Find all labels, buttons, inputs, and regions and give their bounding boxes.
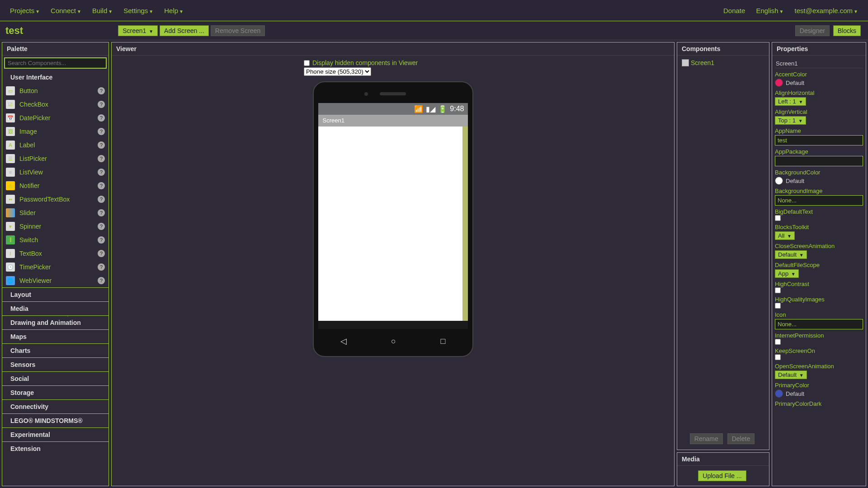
phone-camera-icon [364, 92, 368, 96]
palette-item-listview[interactable]: ≡ListView? [2, 165, 108, 179]
prop-bigdefault-checkbox[interactable] [775, 215, 781, 221]
donate-link[interactable]: Donate [718, 3, 750, 18]
palette-category-experimental[interactable]: Experimental [2, 427, 108, 441]
palette-category-media[interactable]: Media [2, 301, 108, 315]
prop-keepscreen-checkbox[interactable] [775, 354, 781, 360]
palette-search-input[interactable] [4, 57, 107, 69]
prop-alignh[interactable]: Left : 1 ▼ [775, 97, 806, 106]
add-screen-button[interactable]: Add Screen ... [160, 25, 209, 36]
screen-canvas[interactable] [318, 127, 468, 321]
prop-highcontrast-checkbox[interactable] [775, 287, 781, 293]
palette-item-password[interactable]: ••PasswordTextBox? [2, 192, 108, 206]
prop-accentcolor[interactable]: Default [775, 79, 863, 87]
help-icon[interactable]: ? [98, 169, 105, 176]
rename-button[interactable]: Rename [690, 433, 723, 444]
palette-item-checkbox[interactable]: ☑CheckBox? [2, 98, 108, 111]
prop-bgcolor[interactable]: Default [775, 177, 863, 185]
palette-category-ui[interactable]: User Interface [2, 70, 108, 84]
components-body: Screen1 Rename Delete [677, 56, 769, 450]
palette-category-charts[interactable]: Charts [2, 343, 108, 357]
prop-filescope-value: App [778, 270, 788, 277]
palette-item-listpicker[interactable]: ☰ListPicker? [2, 152, 108, 165]
media-header: Media [677, 453, 769, 466]
prop-closeanim[interactable]: Default ▼ [775, 250, 807, 259]
palette-category-layout[interactable]: Layout [2, 287, 108, 301]
prop-icon-input[interactable] [775, 319, 863, 329]
palette-item-spinner[interactable]: ▾Spinner? [2, 220, 108, 233]
menu-build[interactable]: Build▼ [87, 3, 118, 18]
palette-item-label[interactable]: ALabel? [2, 138, 108, 152]
palette-item-slider[interactable]: Slider? [2, 206, 108, 220]
prop-filescope[interactable]: App ▼ [775, 269, 799, 278]
phone-size-select[interactable]: Phone size (505,320) [304, 67, 371, 76]
prop-appname-input[interactable] [775, 135, 863, 145]
palette-category-storage[interactable]: Storage [2, 385, 108, 399]
phone-screen: 📶 ▮◢ 🔋 9:48 Screen1 [318, 103, 468, 329]
delete-button[interactable]: Delete [727, 433, 755, 444]
help-icon[interactable]: ? [98, 87, 105, 94]
menu-connect[interactable]: Connect▼ [45, 3, 87, 18]
help-icon[interactable]: ? [98, 209, 105, 216]
upload-file-button[interactable]: Upload File ... [698, 470, 746, 481]
remove-screen-button[interactable]: Remove Screen [211, 25, 265, 36]
prop-label-closeanim: CloseScreenAnimation [775, 243, 863, 249]
palette-item-notifier[interactable]: ⚠Notifier? [2, 179, 108, 192]
palette-category-sensors[interactable]: Sensors [2, 357, 108, 371]
help-icon[interactable]: ? [98, 155, 105, 162]
help-icon[interactable]: ? [98, 141, 105, 149]
palette-item-label: DatePicker [19, 114, 50, 122]
help-icon[interactable]: ? [98, 128, 105, 135]
prop-bgimage-input[interactable] [775, 195, 863, 206]
prop-highquality-checkbox[interactable] [775, 303, 781, 309]
palette-item-datepicker[interactable]: 📅DatePicker? [2, 111, 108, 125]
menu-projects[interactable]: Projects▼ [5, 3, 45, 18]
palette-item-button[interactable]: ▭Button? [2, 84, 108, 98]
palette-panel: Palette User Interface ▭Button? ☑CheckBo… [2, 42, 109, 486]
account-dropdown[interactable]: test@example.com▼ [789, 3, 863, 18]
prop-label-keepscreen: KeepScreenOn [775, 347, 863, 354]
back-icon: ◁ [340, 336, 347, 346]
screen-dropdown[interactable]: Screen1 ▼ [118, 25, 158, 36]
components-media-stack: Components Screen1 Rename Delete Media U… [677, 42, 769, 486]
prop-openanim[interactable]: Default ▼ [775, 371, 807, 379]
menu-settings[interactable]: Settings▼ [118, 3, 159, 18]
palette-item-label: Button [19, 87, 38, 94]
help-icon[interactable]: ? [98, 182, 105, 189]
help-icon[interactable]: ? [98, 263, 105, 271]
palette-category-social[interactable]: Social [2, 371, 108, 385]
prop-blockstoolkit[interactable]: All ▼ [775, 231, 795, 240]
language-dropdown[interactable]: English▼ [750, 3, 789, 18]
prop-alignv[interactable]: Top : 1 ▼ [775, 116, 806, 125]
component-tree-root[interactable]: Screen1 [680, 58, 766, 67]
help-icon[interactable]: ? [98, 223, 105, 230]
display-hidden-checkbox[interactable] [304, 60, 310, 66]
help-icon[interactable]: ? [98, 277, 105, 284]
palette-item-switch[interactable]: ⏽Switch? [2, 233, 108, 247]
prop-blockstoolkit-value: All [778, 232, 784, 239]
palette-category-maps[interactable]: Maps [2, 329, 108, 343]
palette-category-drawing[interactable]: Drawing and Animation [2, 315, 108, 329]
menu-help[interactable]: Help▼ [159, 3, 189, 18]
designer-mode-button[interactable]: Designer [795, 25, 830, 36]
blocks-mode-button[interactable]: Blocks [833, 25, 861, 36]
help-icon[interactable]: ? [98, 250, 105, 257]
palette-item-label: WebViewer [19, 277, 52, 284]
palette-item-textbox[interactable]: ITextBox? [2, 247, 108, 260]
help-icon[interactable]: ? [98, 196, 105, 203]
palette-item-timepicker[interactable]: 🕒TimePicker? [2, 260, 108, 274]
prop-primarycolor[interactable]: Default [775, 389, 863, 398]
help-icon[interactable]: ? [98, 114, 105, 122]
palette-header: Palette [2, 42, 108, 56]
prop-alignv-value: Top : 1 [778, 117, 796, 124]
palette-category-lego[interactable]: LEGO® MINDSTORMS® [2, 413, 108, 427]
palette-category-extension[interactable]: Extension [2, 441, 108, 455]
prop-label-highcontrast: HighContrast [775, 281, 863, 287]
palette-item-image[interactable]: 🖼Image? [2, 125, 108, 138]
prop-internet-checkbox[interactable] [775, 339, 781, 345]
palette-category-connectivity[interactable]: Connectivity [2, 399, 108, 413]
help-icon[interactable]: ? [98, 101, 105, 108]
prop-apppackage-input[interactable] [775, 156, 863, 166]
palette-item-webviewer[interactable]: 🌐WebViewer? [2, 274, 108, 287]
help-icon[interactable]: ? [98, 236, 105, 244]
palette-item-label: TimePicker [19, 263, 51, 271]
